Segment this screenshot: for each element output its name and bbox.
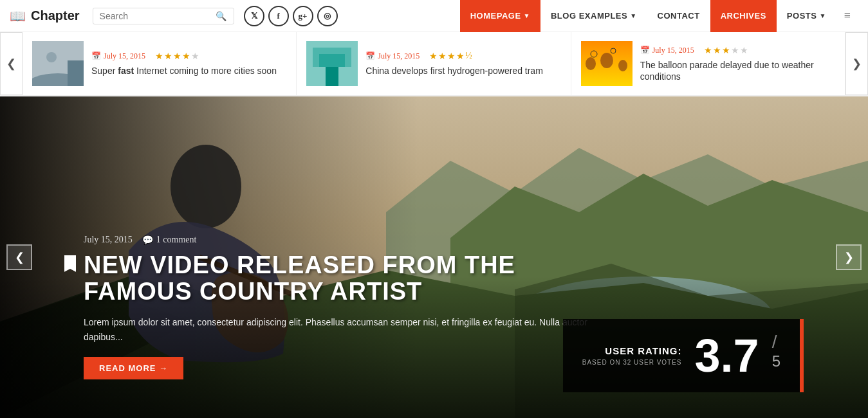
- star3-3: ★: [722, 45, 730, 56]
- star2-4: ★: [456, 51, 465, 62]
- hero-title: NEW VIDEO RELEASED FROM THE FAMOUS COUNT…: [84, 252, 611, 306]
- star-3: ★: [173, 51, 181, 62]
- hero-content: July 15, 2015 💬 1 comment NEW VIDEO RELE…: [84, 235, 611, 379]
- comment-text: 1 comment: [156, 235, 197, 245]
- ticker-stars-2: ★ ★ ★ ★ ½: [429, 51, 472, 62]
- nav-contact-label: CONTACT: [658, 11, 700, 21]
- rating-box: USER RATING: BASED ON 32 USER VOTES 3.7 …: [563, 319, 804, 392]
- rating-slash: /: [772, 332, 780, 352]
- ticker-meta-3: 📅 July 15, 2015 ★ ★ ★ ★ ★: [640, 45, 835, 56]
- search-input[interactable]: [100, 11, 216, 21]
- logo[interactable]: 📖 Chapter: [10, 8, 80, 24]
- calendar-icon-1: 📅: [91, 51, 101, 61]
- nav-blog-examples[interactable]: BLOG EXAMPLES ▼: [540, 0, 647, 32]
- ticker-title-3[interactable]: The balloon parade delayed due to weathe…: [640, 59, 835, 82]
- rating-label: USER RATING:: [582, 345, 682, 356]
- nav-contact[interactable]: CONTACT: [647, 0, 710, 32]
- svg-point-10: [600, 53, 613, 68]
- ticker-thumb-1: [32, 41, 84, 86]
- facebook-icon[interactable]: f: [268, 6, 289, 26]
- star3-4: ★: [731, 45, 739, 56]
- nav-blog-label: BLOG EXAMPLES: [551, 11, 627, 21]
- star3-5: ★: [740, 45, 748, 56]
- social-icons: 𝕏 f g+ ◎: [244, 6, 338, 26]
- ticker-thumb-img-3: [581, 41, 633, 86]
- rating-votes: BASED ON 32 USER VOTES: [582, 359, 682, 366]
- nav-homepage-label: HOMEPAGE: [470, 11, 521, 21]
- star2-1: ★: [429, 51, 438, 62]
- ticker-items: 📅 July 15, 2015 ★ ★ ★ ★ ★ Super fast Int…: [23, 32, 845, 95]
- rating-denominator-area: / 5: [772, 332, 780, 379]
- nav-posts-arrow: ▼: [819, 12, 826, 19]
- nav-archives[interactable]: ARCHIVES: [710, 0, 777, 32]
- ticker-meta-2: 📅 July 15, 2015 ★ ★ ★ ★ ½: [365, 51, 560, 62]
- twitter-icon[interactable]: 𝕏: [244, 6, 264, 26]
- star-5: ★: [191, 51, 199, 62]
- google-plus-icon[interactable]: g+: [293, 6, 313, 26]
- star-1: ★: [155, 51, 163, 62]
- ticker-prev-button[interactable]: ❮: [0, 32, 23, 95]
- ticker-title-2[interactable]: China develops first hydrogen-powered tr…: [365, 65, 560, 77]
- star2-5: ½: [465, 51, 472, 62]
- calendar-icon-3: 📅: [640, 46, 650, 55]
- ticker-next-button[interactable]: ❯: [845, 32, 868, 95]
- ticker-thumb-3: [581, 41, 633, 86]
- ticker-thumb-2: [306, 41, 358, 86]
- comment-icon: 💬: [142, 235, 153, 246]
- ticker-stars-1: ★ ★ ★ ★ ★: [155, 51, 199, 62]
- site-header: 📖 Chapter 🔍 𝕏 f g+ ◎ HOMEPAGE ▼ BLOG EXA…: [0, 0, 868, 32]
- ticker-thumb-img-1: [32, 41, 84, 86]
- ticker-thumb-img-2: [306, 41, 358, 86]
- ticker-item: 📅 July 15, 2015 ★ ★ ★ ★ ★ Super fast Int…: [23, 32, 297, 95]
- svg-rect-6: [319, 54, 345, 67]
- svg-point-1: [46, 52, 57, 62]
- rating-label-area: USER RATING: BASED ON 32 USER VOTES: [582, 345, 682, 366]
- ticker-item-2: 📅 July 15, 2015 ★ ★ ★ ★ ½ China develops…: [297, 32, 571, 95]
- star-4: ★: [182, 51, 190, 62]
- nav-archives-label: ARCHIVES: [721, 11, 766, 21]
- star2-3: ★: [447, 51, 456, 62]
- hamburger-menu[interactable]: ≡: [836, 0, 858, 32]
- ticker-date-2: 📅 July 15, 2015: [365, 51, 420, 61]
- star2-2: ★: [438, 51, 447, 62]
- read-more-button[interactable]: READ MORE →: [84, 357, 183, 379]
- svg-rect-3: [68, 60, 84, 86]
- news-ticker: ❮ 📅 July 15, 2015 ★: [0, 32, 868, 96]
- svg-point-9: [586, 57, 596, 70]
- nav-blog-arrow: ▼: [630, 12, 636, 19]
- calendar-icon-2: 📅: [365, 51, 375, 61]
- hero-date: July 15, 2015: [84, 235, 133, 245]
- star3-2: ★: [713, 45, 721, 56]
- ticker-content-2: 📅 July 15, 2015 ★ ★ ★ ★ ½ China develops…: [365, 51, 560, 77]
- slider-next-button[interactable]: ❯: [836, 244, 862, 270]
- nav-homepage[interactable]: HOMEPAGE ▼: [460, 0, 540, 32]
- hero-comment: 💬 1 comment: [142, 235, 197, 246]
- ticker-meta-1: 📅 July 15, 2015 ★ ★ ★ ★ ★: [91, 51, 286, 62]
- search-button[interactable]: 🔍: [216, 11, 226, 21]
- slider-prev-button[interactable]: ❮: [6, 244, 32, 270]
- hero-slider: July 15, 2015 💬 1 comment NEW VIDEO RELE…: [0, 96, 868, 418]
- ticker-content-1: 📅 July 15, 2015 ★ ★ ★ ★ ★ Super fast Int…: [91, 51, 286, 77]
- svg-point-11: [618, 60, 627, 71]
- nav-posts[interactable]: POSTS ▼: [777, 0, 836, 32]
- logo-book-icon: 📖: [10, 8, 26, 24]
- hero-meta: July 15, 2015 💬 1 comment: [84, 235, 611, 246]
- ticker-content-3: 📅 July 15, 2015 ★ ★ ★ ★ ★ The balloon pa…: [640, 45, 835, 82]
- ticker-title-1[interactable]: Super fast Internet coming to more citie…: [91, 65, 286, 77]
- search-bar: 🔍: [93, 8, 234, 24]
- rating-denominator: 5: [772, 352, 780, 376]
- hero-excerpt: Lorem ipsum dolor sit amet, consectetur …: [84, 315, 611, 344]
- instagram-icon[interactable]: ◎: [317, 6, 338, 26]
- ticker-date-1: 📅 July 15, 2015: [91, 51, 145, 61]
- nav-homepage-arrow: ▼: [524, 12, 530, 19]
- main-nav: HOMEPAGE ▼ BLOG EXAMPLES ▼ CONTACT ARCHI…: [460, 0, 858, 32]
- ticker-stars-3: ★ ★ ★ ★ ★: [704, 45, 748, 56]
- nav-posts-label: POSTS: [787, 11, 817, 21]
- rating-score: 3.7: [695, 332, 759, 379]
- star-2: ★: [164, 51, 172, 62]
- logo-text: Chapter: [31, 8, 80, 23]
- svg-rect-7: [326, 67, 338, 86]
- star3-1: ★: [704, 45, 712, 56]
- ticker-item-3: 📅 July 15, 2015 ★ ★ ★ ★ ★ The balloon pa…: [571, 32, 845, 95]
- ticker-date-3: 📅 July 15, 2015: [640, 46, 694, 55]
